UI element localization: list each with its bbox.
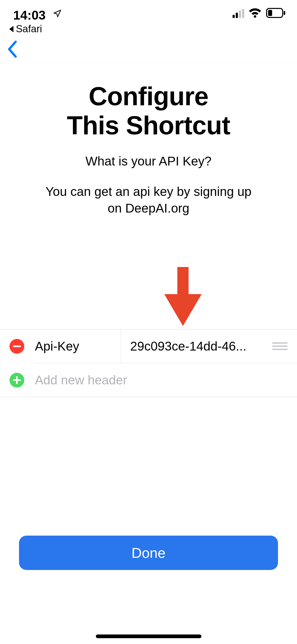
status-right-cluster xyxy=(233,8,286,19)
header-value-field[interactable]: 29c093ce-14dd-46... xyxy=(130,339,268,353)
svg-rect-7 xyxy=(13,379,21,381)
svg-rect-2 xyxy=(268,10,272,16)
page-title-line1: Configure xyxy=(0,82,297,111)
annotation-arrow xyxy=(0,267,297,328)
wifi-icon xyxy=(248,8,262,19)
back-to-app-label: Safari xyxy=(16,23,42,35)
status-bar: 14:03 Safari xyxy=(0,0,297,34)
headers-table: Api-Key 29c093ce-14dd-46... Add new head… xyxy=(0,329,297,397)
question-text: What is your API Key? xyxy=(0,154,297,168)
done-button-label: Done xyxy=(131,545,166,561)
delete-row-button[interactable] xyxy=(10,339,24,354)
description-text: You can get an api key by signing up on … xyxy=(0,183,297,217)
header-key-field[interactable]: Api-Key xyxy=(35,339,119,353)
page-title-line2: This Shortcut xyxy=(0,111,297,140)
back-to-app-button[interactable]: Safari xyxy=(8,23,42,35)
location-services-icon xyxy=(53,9,62,19)
reorder-handle-icon[interactable] xyxy=(272,341,287,352)
svg-rect-3 xyxy=(284,11,285,15)
status-time: 14:03 xyxy=(13,8,46,22)
cell-divider xyxy=(121,329,121,363)
done-button[interactable]: Done xyxy=(19,536,278,570)
header-row[interactable]: Api-Key 29c093ce-14dd-46... xyxy=(0,329,297,363)
svg-point-0 xyxy=(254,15,256,18)
home-indicator[interactable] xyxy=(96,634,201,638)
table-separator xyxy=(0,397,297,397)
back-button[interactable] xyxy=(7,41,18,59)
svg-rect-5 xyxy=(13,346,21,347)
description-line1: You can get an api key by signing up xyxy=(0,183,297,200)
battery-icon xyxy=(266,8,286,19)
cellular-signal-icon xyxy=(233,9,244,18)
description-line2: on DeepAI.org xyxy=(0,200,297,217)
svg-rect-4 xyxy=(177,267,188,297)
add-header-placeholder: Add new header xyxy=(35,373,127,387)
add-header-row[interactable]: Add new header xyxy=(0,363,297,397)
content-area: Configure This Shortcut What is your API… xyxy=(0,63,297,217)
page-title: Configure This Shortcut xyxy=(0,82,297,140)
navigation-bar xyxy=(0,34,297,63)
add-row-button[interactable] xyxy=(10,373,24,388)
